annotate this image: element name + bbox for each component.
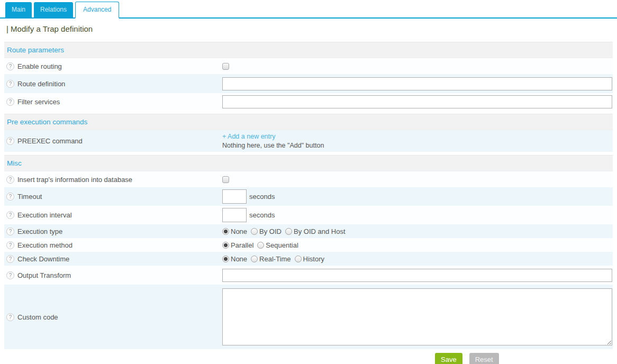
execution-type-radio-group: None By OID By OID and Host <box>222 228 349 235</box>
help-icon[interactable]: ? <box>6 255 14 263</box>
tab-main[interactable]: Main <box>5 2 32 17</box>
field-label: Execution method <box>17 241 72 249</box>
tab-advanced[interactable]: Advanced <box>75 2 119 19</box>
help-icon[interactable]: ? <box>6 211 14 219</box>
field-label: Filter services <box>17 98 60 106</box>
execution-type-radio-by-oid-and-host[interactable] <box>285 228 292 235</box>
execution-interval-input[interactable] <box>222 208 247 222</box>
filter-services-input[interactable] <box>222 95 612 108</box>
help-icon[interactable]: ? <box>6 62 14 70</box>
help-icon[interactable]: ? <box>6 241 14 249</box>
add-new-entry-link[interactable]: + Add a new entry <box>222 132 275 141</box>
help-icon[interactable]: ? <box>6 228 14 235</box>
section-header-route-parameters: Route parameters <box>4 42 613 58</box>
help-icon[interactable]: ? <box>6 98 14 106</box>
save-button[interactable]: Save <box>435 353 462 364</box>
field-label: Timeout <box>17 193 42 201</box>
help-icon[interactable]: ? <box>6 271 14 279</box>
check-downtime-radio-group: None Real-Time History <box>222 255 328 263</box>
form-row-enable-routing: ? Enable routing <box>4 58 613 74</box>
form-row-execution-type: ? Execution type None By OID By OID and … <box>4 224 613 238</box>
help-icon[interactable]: ? <box>6 80 14 88</box>
execution-method-radio-parallel[interactable] <box>222 242 229 249</box>
execution-method-radio-group: Parallel Sequential <box>222 241 302 249</box>
field-label: Route definition <box>17 80 65 88</box>
output-transform-input[interactable] <box>222 269 612 282</box>
field-label: PREEXEC command <box>17 137 83 145</box>
help-icon[interactable]: ? <box>6 176 14 184</box>
page-title: | Modify a Trap definition <box>4 19 613 39</box>
reset-button[interactable]: Reset <box>469 353 499 364</box>
execution-type-radio-none[interactable] <box>222 228 229 235</box>
form-row-execution-interval: ? Execution interval seconds <box>4 206 613 224</box>
check-downtime-radio-real-time[interactable] <box>251 256 258 262</box>
help-icon[interactable]: ? <box>6 193 14 201</box>
field-label: Execution type <box>17 228 62 235</box>
field-label: Output Transform <box>17 271 71 279</box>
form-row-preexec-command: ? PREEXEC command + Add a new entry Noth… <box>4 130 613 152</box>
execution-method-radio-sequential[interactable] <box>257 242 264 249</box>
field-label: Check Downtime <box>17 255 69 263</box>
field-label: Insert trap's information into database <box>17 176 132 184</box>
check-downtime-radio-history[interactable] <box>295 256 302 262</box>
form-row-route-definition: ? Route definition <box>4 74 613 93</box>
form-row-timeout: ? Timeout seconds <box>4 187 613 206</box>
custom-code-textarea[interactable] <box>222 288 612 345</box>
section-header-pre-execution-commands: Pre execution commands <box>4 114 613 130</box>
field-label: Enable routing <box>17 62 62 70</box>
form-actions: Save Reset <box>0 349 617 364</box>
form-row-insert-trap-info: ? Insert trap's information into databas… <box>4 171 613 187</box>
check-downtime-radio-none[interactable] <box>222 256 229 262</box>
tab-relations[interactable]: Relations <box>34 2 73 17</box>
seconds-suffix: seconds <box>249 193 275 201</box>
enable-routing-checkbox[interactable] <box>222 63 229 70</box>
route-definition-input[interactable] <box>222 77 612 90</box>
timeout-input[interactable] <box>222 189 247 204</box>
form-row-check-downtime: ? Check Downtime None Real-Time History <box>4 252 613 266</box>
help-icon[interactable]: ? <box>6 137 14 145</box>
field-label: Custom code <box>17 313 58 321</box>
trap-definition-form: Route parameters ? Enable routing ? Rout… <box>4 42 613 349</box>
seconds-suffix: seconds <box>249 211 275 219</box>
field-label: Execution interval <box>17 211 72 219</box>
form-row-output-transform: ? Output Transform <box>4 266 613 285</box>
form-row-execution-method: ? Execution method Parallel Sequential <box>4 238 613 252</box>
tab-bar: Main Relations Advanced <box>0 0 617 19</box>
section-header-misc: Misc <box>4 155 613 171</box>
insert-trap-info-checkbox[interactable] <box>222 176 229 183</box>
empty-list-text: Nothing here, use the "Add" button <box>222 141 324 150</box>
help-icon[interactable]: ? <box>6 313 14 321</box>
form-row-custom-code: ? Custom code <box>4 285 613 349</box>
form-row-filter-services: ? Filter services <box>4 93 613 111</box>
execution-type-radio-by-oid[interactable] <box>251 228 258 235</box>
